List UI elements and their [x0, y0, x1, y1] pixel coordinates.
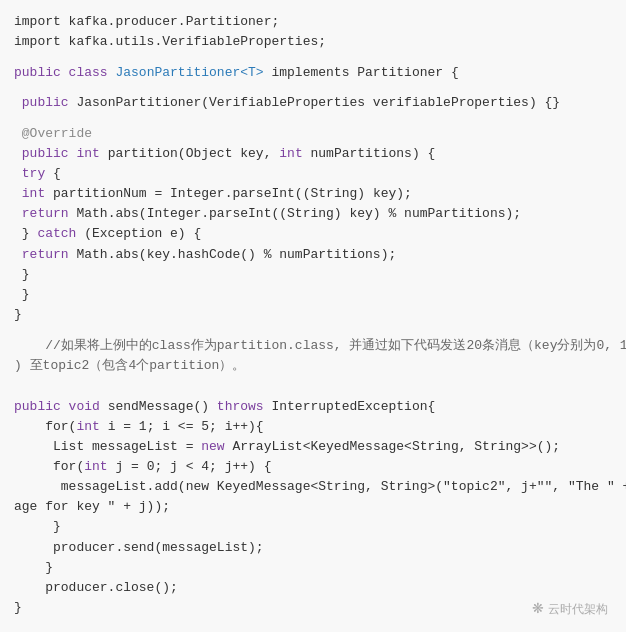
watermark-icon: ❋: [532, 598, 544, 620]
code-line: public void sendMessage() throws Interru…: [14, 397, 612, 417]
code-line: import kafka.producer.Partitioner;: [14, 12, 612, 32]
code-container: import kafka.producer.Partitioner;import…: [0, 0, 626, 632]
code-line: for(int i = 1; i <= 5; i++){: [14, 417, 612, 437]
code-line: [14, 386, 612, 396]
code-block: import kafka.producer.Partitioner;import…: [14, 12, 612, 618]
code-line: List messageList = new ArrayList<KeyedMe…: [14, 437, 612, 457]
code-line: [14, 83, 612, 93]
code-line: for(int j = 0; j < 4; j++) {: [14, 457, 612, 477]
code-line: }: [14, 305, 612, 325]
code-line: //如果将上例中的class作为partition.class, 并通过如下代码…: [14, 336, 612, 356]
code-line: return Math.abs(key.hashCode() % numPart…: [14, 245, 612, 265]
code-line: @Override: [14, 124, 612, 144]
code-line: }: [14, 265, 612, 285]
code-line: import kafka.utils.VerifiableProperties;: [14, 32, 612, 52]
code-line: }: [14, 285, 612, 305]
code-line: try {: [14, 164, 612, 184]
code-line: }: [14, 598, 612, 618]
code-line: [14, 325, 612, 335]
code-line: [14, 376, 612, 386]
watermark: ❋ 云时代架构: [532, 598, 608, 620]
code-line: int partitionNum = Integer.parseInt((Str…: [14, 184, 612, 204]
code-line: } catch (Exception e) {: [14, 224, 612, 244]
code-line: public int partition(Object key, int num…: [14, 144, 612, 164]
code-line: producer.send(messageList);: [14, 538, 612, 558]
code-line: age for key " + j));: [14, 497, 612, 517]
code-line: [14, 113, 612, 123]
code-line: ) 至topic2（包含4个partition）。: [14, 356, 612, 376]
code-line: public class JasonPartitioner<T> impleme…: [14, 63, 612, 83]
code-line: producer.close();: [14, 578, 612, 598]
code-line: return Math.abs(Integer.parseInt((String…: [14, 204, 612, 224]
code-line: public JasonPartitioner(VerifiableProper…: [14, 93, 612, 113]
watermark-text: 云时代架构: [548, 600, 608, 619]
code-line: messageList.add(new KeyedMessage<String,…: [14, 477, 612, 497]
code-line: [14, 52, 612, 62]
code-line: }: [14, 517, 612, 537]
code-line: }: [14, 558, 612, 578]
